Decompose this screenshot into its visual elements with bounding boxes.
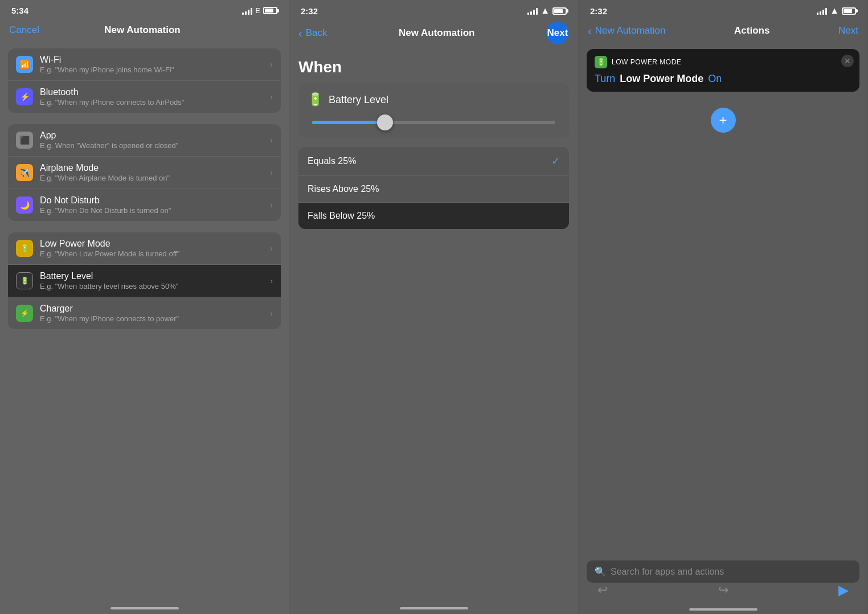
section-modes: ⬛ App E.g. When "Weather" is opened or c… (8, 124, 281, 221)
status-time-3: 2:32 (590, 6, 607, 16)
charger-icon: ⚡ (16, 305, 33, 322)
wifi-status-icon-3: ▲ (830, 6, 839, 16)
signal-bar-4 (251, 8, 252, 15)
nav-title-3: Actions (734, 25, 769, 36)
app-title: App (40, 130, 270, 141)
nav-bar-3: ‹ New Automation Actions Next (579, 19, 867, 44)
add-button-container: + (579, 96, 867, 144)
battery-chevron: › (270, 276, 273, 285)
battery-status-1 (263, 7, 277, 14)
app-subtitle: E.g. When "Weather" is opened or closed" (40, 141, 270, 150)
airplane-chevron: › (270, 168, 273, 177)
battery-slider-track (312, 121, 555, 124)
cancel-button[interactable]: Cancel (9, 24, 39, 36)
nav-title-2: New Automation (399, 27, 474, 39)
status-time-2: 2:32 (301, 6, 318, 16)
play-icon: ▶ (838, 582, 849, 598)
battery-options-list: Equals 25% ✓ Rises Above 25% Falls Below… (298, 147, 569, 229)
sb2-1 (527, 13, 529, 15)
dnd-icon: 🌙 (16, 197, 33, 214)
sb3-2 (820, 11, 821, 15)
sb2-2 (530, 11, 532, 15)
status-icons-3: ▲ (817, 6, 856, 16)
section-connectivity: 📶 Wi-Fi E.g. "When my iPhone joins home … (8, 48, 281, 113)
list-item-dnd[interactable]: 🌙 Do Not Disturb E.g. "When Do Not Distu… (8, 189, 281, 221)
next-button-2[interactable]: Next (546, 22, 569, 44)
lpm-app-icon-battery: 🔋 (597, 58, 605, 66)
option-falls-label: Falls Below 25% (308, 211, 375, 221)
wifi-item-text: Wi-Fi E.g. "When my iPhone joins home Wi… (40, 55, 270, 74)
battery-fill-2 (554, 9, 563, 13)
back-button-3[interactable]: ‹ New Automation (588, 24, 665, 38)
status-time-1: 5:34 (11, 6, 28, 15)
bluetooth-item-text: Bluetooth E.g. "When my iPhone connects … (40, 87, 270, 107)
redo-button[interactable]: ↪ (713, 580, 734, 600)
list-item-charger[interactable]: ⚡ Charger E.g. "When my iPhone connects … (8, 297, 281, 329)
battery-level-card-title: Battery Level (329, 94, 388, 106)
panel-new-automation: 5:34 E Cancel New Automation 📶 (0, 0, 289, 614)
list-item-app[interactable]: ⬛ App E.g. When "Weather" is opened or c… (8, 124, 281, 157)
status-bar-1: 5:34 E (0, 0, 289, 19)
battery-level-header: 🔋 Battery Level (308, 92, 560, 107)
lpm-mode-label[interactable]: Low Power Mode (620, 73, 703, 85)
signal-bar-1 (242, 13, 244, 15)
battery-slider-thumb[interactable] (377, 114, 393, 130)
bluetooth-title: Bluetooth (40, 87, 270, 97)
carrier-label-1: E (255, 6, 260, 15)
home-indicator-2 (400, 607, 468, 609)
lpm-turn-label[interactable]: Turn (595, 73, 615, 85)
undo-button[interactable]: ↩ (592, 580, 613, 600)
bluetooth-subtitle: E.g. "When my iPhone connects to AirPods… (40, 98, 270, 107)
option-equals[interactable]: Equals 25% ✓ (298, 147, 569, 176)
battery-fill-1 (265, 9, 273, 13)
battery-level-subtitle: E.g. "When battery level rises above 50%… (40, 282, 270, 290)
dnd-item-text: Do Not Disturb E.g. "When Do Not Disturb… (40, 195, 270, 215)
lpm-app-icon: 🔋 (595, 56, 607, 68)
sb3-1 (817, 13, 818, 15)
option-rises[interactable]: Rises Above 25% (298, 176, 569, 203)
nav-bar-2: ‹ Back New Automation Next (289, 19, 578, 49)
option-rises-label: Rises Above 25% (308, 184, 379, 194)
play-button[interactable]: ▶ (833, 580, 854, 600)
list-item-wifi[interactable]: 📶 Wi-Fi E.g. "When my iPhone joins home … (8, 48, 281, 81)
list-item-bluetooth[interactable]: ⚡ Bluetooth E.g. "When my iPhone connect… (8, 81, 281, 113)
automation-list-scroll[interactable]: 📶 Wi-Fi E.g. "When my iPhone joins home … (0, 44, 289, 614)
add-action-button[interactable]: + (711, 108, 736, 133)
battery-fill-3 (844, 9, 852, 13)
wifi-chevron: › (270, 60, 273, 69)
back-arrow-3: ‹ (588, 24, 592, 38)
panel-when: 2:32 ▲ ‹ Back New Automation Next When (289, 0, 579, 614)
lpm-chevron: › (270, 244, 273, 253)
gap-1 (0, 113, 289, 120)
list-item-battery-level[interactable]: 🔋 Battery Level E.g. "When battery level… (8, 265, 281, 297)
sb2-4 (536, 8, 538, 15)
back-label-2: Back (306, 27, 327, 39)
app-chevron: › (270, 136, 273, 145)
signal-bars-3 (817, 7, 827, 15)
back-button-2[interactable]: ‹ Back (298, 27, 327, 40)
redo-icon: ↪ (718, 583, 728, 597)
dnd-chevron: › (270, 200, 273, 210)
airplane-subtitle: E.g. "When Airplane Mode is turned on" (40, 174, 270, 182)
bottom-toolbar: ↩ ↪ ▶ (579, 580, 867, 600)
battery-status-2 (552, 7, 567, 15)
option-falls[interactable]: Falls Below 25% (298, 203, 569, 229)
sb2-3 (533, 10, 535, 15)
charger-subtitle: E.g. "When my iPhone connects to power" (40, 314, 270, 323)
section-battery: 🔋 Low Power Mode E.g. "When Low Power Mo… (8, 232, 281, 329)
lpm-close-button[interactable]: ✕ (841, 55, 854, 67)
next-button-3[interactable]: Next (838, 25, 858, 36)
wifi-title: Wi-Fi (40, 55, 270, 65)
lpm-subtitle: E.g. "When Low Power Mode is turned off" (40, 249, 270, 258)
lpm-on-label[interactable]: On (708, 73, 722, 85)
dnd-title: Do Not Disturb (40, 195, 270, 206)
signal-bars-1 (242, 7, 252, 15)
search-placeholder: Search for apps and actions (611, 567, 724, 577)
when-title: When (298, 58, 569, 76)
when-content-scroll[interactable]: When 🔋 Battery Level Equals 25% ✓ (289, 49, 578, 614)
airplane-item-text: Airplane Mode E.g. "When Airplane Mode i… (40, 163, 270, 182)
status-bar-3: 2:32 ▲ (579, 0, 867, 19)
battery-level-card-icon: 🔋 (308, 92, 323, 107)
list-item-airplane[interactable]: ✈️ Airplane Mode E.g. "When Airplane Mod… (8, 157, 281, 189)
list-item-lpm[interactable]: 🔋 Low Power Mode E.g. "When Low Power Mo… (8, 232, 281, 265)
